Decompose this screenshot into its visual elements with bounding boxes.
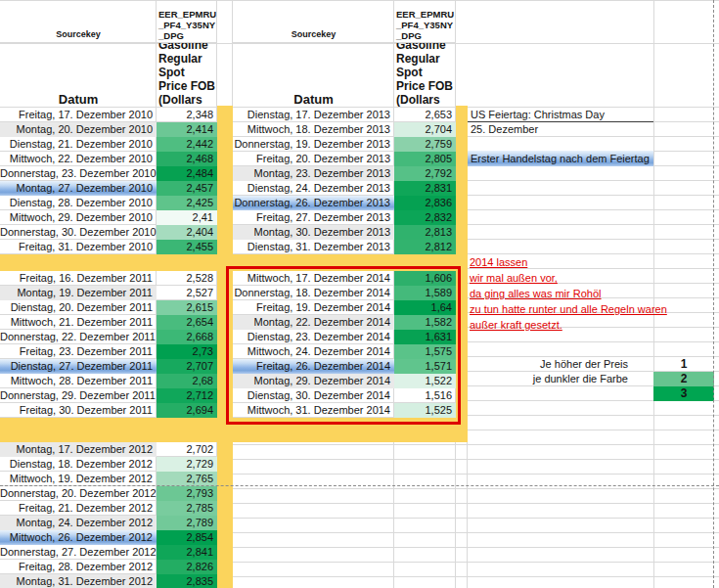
- date-cell[interactable]: Donnerstag, 22. Dezember 2011: [0, 330, 157, 344]
- date-cell[interactable]: Montag, 20. Dezember 2010: [0, 122, 157, 137]
- date-cell[interactable]: Dienstag, 31. Dezember 2013: [233, 240, 394, 254]
- value-cell[interactable]: 2,805: [394, 152, 456, 166]
- date-cell[interactable]: Montag, 23. Dezember 2013: [233, 166, 394, 181]
- date-cell[interactable]: Freitag, 27. Dezember 2013: [233, 210, 394, 225]
- date-cell[interactable]: Freitag, 17. Dezember 2010: [0, 108, 157, 122]
- value-cell[interactable]: 2,73: [157, 344, 217, 359]
- value-cell[interactable]: 2,653: [394, 108, 456, 122]
- value-cell[interactable]: 2,712: [157, 388, 217, 403]
- legend-text-1[interactable]: Je höher der Preis: [468, 357, 653, 372]
- date-cell[interactable]: Montag, 27. Dezember 2010: [0, 181, 157, 196]
- date-cell[interactable]: Donnerstag, 29. Dezember 2011: [0, 388, 157, 403]
- holiday-date[interactable]: 25. Dezember: [468, 122, 653, 137]
- date-cell[interactable]: Donnerstag, 27. Dezember 2012: [0, 545, 157, 560]
- value-cell[interactable]: 2,832: [394, 210, 456, 225]
- legend-text-2[interactable]: je dunkler die Farbe: [468, 372, 653, 386]
- holiday-label[interactable]: US Feiertag: Christmas Day: [468, 108, 653, 122]
- date-cell[interactable]: Donnerstag, 26. Dezember 2013: [233, 196, 394, 210]
- date-cell[interactable]: Dienstag, 21. Dezember 2010: [0, 137, 157, 152]
- date-cell[interactable]: Montag, 30. Dezember 2013: [233, 225, 394, 240]
- date-cell[interactable]: Mittwoch, 19. Dezember 2012: [0, 472, 157, 486]
- value-cell[interactable]: 2,68: [157, 374, 217, 388]
- annotation-note[interactable]: 2014 lassen: [470, 254, 527, 270]
- annotation-note[interactable]: außer kraft gesetzt.: [470, 317, 562, 333]
- header-sourcekey[interactable]: Sourcekey: [233, 0, 394, 43]
- value-cell[interactable]: 2,457: [157, 181, 217, 196]
- date-cell[interactable]: Montag, 24. Dezember 2012: [0, 516, 157, 530]
- value-cell[interactable]: 2,654: [157, 315, 217, 330]
- value-cell[interactable]: 2,841: [157, 545, 217, 560]
- value-cell[interactable]: 2,812: [394, 240, 456, 254]
- date-cell[interactable]: Freitag, 20. Dezember 2013: [233, 152, 394, 166]
- value-cell[interactable]: 2,785: [157, 501, 217, 516]
- value-cell[interactable]: 2,707: [157, 359, 217, 374]
- date-cell[interactable]: Freitag, 30. Dezember 2011: [0, 403, 157, 418]
- header-price[interactable]: Gasoline Regular Spot Price FOB (Dollars: [394, 43, 456, 108]
- legend-swatch-2[interactable]: 2: [653, 372, 714, 386]
- date-cell[interactable]: Donnerstag, 23. Dezember 2010: [0, 166, 157, 181]
- value-cell[interactable]: 2,484: [157, 166, 217, 181]
- date-cell[interactable]: Montag, 31. Dezember 2012: [0, 574, 157, 588]
- date-cell[interactable]: Freitag, 28. Dezember 2012: [0, 560, 157, 574]
- date-cell[interactable]: Donnerstag, 19. Dezember 2013: [233, 137, 394, 152]
- value-cell[interactable]: 2,835: [157, 574, 217, 588]
- value-cell[interactable]: 2,455: [157, 240, 217, 254]
- value-cell[interactable]: 2,442: [157, 137, 217, 152]
- date-cell[interactable]: Freitag, 31. Dezember 2010: [0, 240, 157, 254]
- date-cell[interactable]: Mittwoch, 28. Dezember 2011: [0, 374, 157, 388]
- value-cell[interactable]: 2,792: [394, 166, 456, 181]
- legend-swatch-1[interactable]: 1: [653, 357, 714, 372]
- date-cell[interactable]: Dienstag, 27. Dezember 2011: [0, 359, 157, 374]
- value-cell[interactable]: 2,702: [157, 442, 217, 457]
- date-cell[interactable]: Dienstag, 17. Dezember 2013: [233, 108, 394, 122]
- date-cell[interactable]: Freitag, 23. Dezember 2011: [0, 344, 157, 359]
- value-cell[interactable]: 2,793: [157, 486, 217, 501]
- first-trading-day-banner[interactable]: Erster Handelstag nach dem Feiertag: [468, 151, 653, 166]
- annotation-note[interactable]: wir mal außen vor,: [470, 270, 558, 286]
- value-cell[interactable]: 2,468: [157, 152, 217, 166]
- value-cell[interactable]: 2,836: [394, 196, 456, 210]
- value-cell[interactable]: 2,527: [157, 286, 217, 300]
- value-cell[interactable]: 2,759: [394, 137, 456, 152]
- date-cell[interactable]: Donnerstag, 30. Dezember 2010: [0, 225, 157, 240]
- date-cell[interactable]: Dienstag, 18. Dezember 2012: [0, 457, 157, 472]
- date-cell[interactable]: Dienstag, 24. Dezember 2013: [233, 181, 394, 196]
- annotation-note[interactable]: da ging alles was mir Rohöl: [470, 286, 602, 301]
- date-cell[interactable]: Dienstag, 20. Dezember 2011: [0, 300, 157, 315]
- legend-swatch-3[interactable]: 3: [653, 386, 714, 401]
- value-cell[interactable]: 2,831: [394, 181, 456, 196]
- value-cell[interactable]: 2,826: [157, 560, 217, 574]
- value-cell[interactable]: 2,704: [394, 122, 456, 137]
- date-cell[interactable]: Freitag, 21. Dezember 2012: [0, 501, 157, 516]
- header-sourcekey-value[interactable]: EER_EPMRU _PF4_Y35NY _DPG: [394, 0, 456, 43]
- value-cell[interactable]: 2,854: [157, 530, 217, 545]
- date-cell[interactable]: Dienstag, 28. Dezember 2010: [0, 196, 157, 210]
- value-cell[interactable]: 2,41: [157, 210, 217, 225]
- date-cell[interactable]: Mittwoch, 29. Dezember 2010: [0, 210, 157, 225]
- value-cell[interactable]: 2,528: [157, 271, 217, 286]
- value-cell[interactable]: 2,425: [157, 196, 217, 210]
- value-cell[interactable]: 2,615: [157, 300, 217, 315]
- value-cell[interactable]: 2,789: [157, 516, 217, 530]
- value-cell[interactable]: 2,694: [157, 403, 217, 418]
- value-cell[interactable]: 2,729: [157, 457, 217, 472]
- header-datum[interactable]: Datum: [0, 43, 157, 108]
- date-cell[interactable]: Montag, 17. Dezember 2012: [0, 442, 157, 457]
- header-sourcekey[interactable]: Sourcekey: [0, 0, 157, 43]
- value-cell[interactable]: 2,404: [157, 225, 217, 240]
- value-cell[interactable]: 2,668: [157, 330, 217, 344]
- date-cell[interactable]: Mittwoch, 22. Dezember 2010: [0, 152, 157, 166]
- header-datum[interactable]: Datum: [233, 43, 394, 108]
- date-cell[interactable]: Montag, 19. Dezember 2011: [0, 286, 157, 300]
- value-cell[interactable]: 2,765: [157, 472, 217, 486]
- date-cell[interactable]: Mittwoch, 18. Dezember 2013: [233, 122, 394, 137]
- date-cell[interactable]: Mittwoch, 21. Dezember 2011: [0, 315, 157, 330]
- date-cell[interactable]: Donnerstag, 20. Dezember 2012: [0, 486, 157, 501]
- value-cell[interactable]: 2,348: [157, 108, 217, 122]
- header-sourcekey-value[interactable]: EER_EPMRU _PF4_Y35NY _DPG: [157, 0, 217, 43]
- value-cell[interactable]: 2,813: [394, 225, 456, 240]
- annotation-note[interactable]: zu tun hatte runter und alle Regeln ware…: [470, 301, 667, 317]
- date-cell[interactable]: Freitag, 16. Dezember 2011: [0, 271, 157, 286]
- date-cell[interactable]: Mittwoch, 26. Dezember 2012: [0, 530, 157, 545]
- header-price[interactable]: Gasoline Regular Spot Price FOB (Dollars: [157, 43, 217, 108]
